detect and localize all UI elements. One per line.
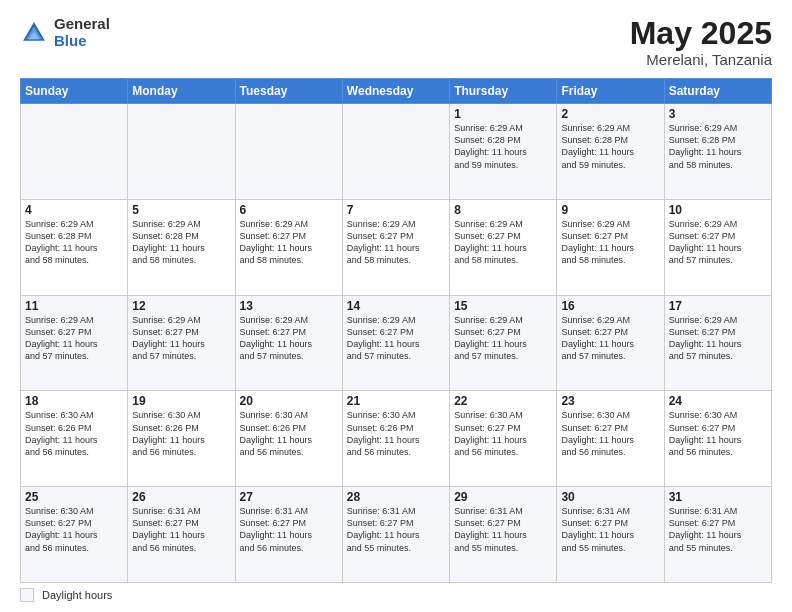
table-row: 22Sunrise: 6:30 AM Sunset: 6:27 PM Dayli…: [450, 391, 557, 487]
table-row: [342, 104, 449, 200]
day-number: 7: [347, 203, 445, 217]
day-info: Sunrise: 6:31 AM Sunset: 6:27 PM Dayligh…: [240, 505, 338, 554]
table-row: 18Sunrise: 6:30 AM Sunset: 6:26 PM Dayli…: [21, 391, 128, 487]
day-number: 16: [561, 299, 659, 313]
day-number: 5: [132, 203, 230, 217]
day-number: 23: [561, 394, 659, 408]
day-number: 21: [347, 394, 445, 408]
table-row: 7Sunrise: 6:29 AM Sunset: 6:27 PM Daylig…: [342, 199, 449, 295]
day-number: 26: [132, 490, 230, 504]
day-info: Sunrise: 6:29 AM Sunset: 6:28 PM Dayligh…: [25, 218, 123, 267]
table-row: 25Sunrise: 6:30 AM Sunset: 6:27 PM Dayli…: [21, 487, 128, 583]
day-number: 8: [454, 203, 552, 217]
table-row: 1Sunrise: 6:29 AM Sunset: 6:28 PM Daylig…: [450, 104, 557, 200]
day-info: Sunrise: 6:31 AM Sunset: 6:27 PM Dayligh…: [669, 505, 767, 554]
day-info: Sunrise: 6:29 AM Sunset: 6:27 PM Dayligh…: [669, 314, 767, 363]
day-info: Sunrise: 6:30 AM Sunset: 6:27 PM Dayligh…: [25, 505, 123, 554]
logo-general-text: General: [54, 16, 110, 33]
calendar-week-row: 18Sunrise: 6:30 AM Sunset: 6:26 PM Dayli…: [21, 391, 772, 487]
day-number: 18: [25, 394, 123, 408]
day-info: Sunrise: 6:30 AM Sunset: 6:26 PM Dayligh…: [25, 409, 123, 458]
day-number: 6: [240, 203, 338, 217]
day-number: 24: [669, 394, 767, 408]
table-row: 16Sunrise: 6:29 AM Sunset: 6:27 PM Dayli…: [557, 295, 664, 391]
calendar-week-row: 1Sunrise: 6:29 AM Sunset: 6:28 PM Daylig…: [21, 104, 772, 200]
day-info: Sunrise: 6:29 AM Sunset: 6:27 PM Dayligh…: [561, 218, 659, 267]
col-friday: Friday: [557, 79, 664, 104]
day-info: Sunrise: 6:29 AM Sunset: 6:27 PM Dayligh…: [561, 314, 659, 363]
calendar-table: Sunday Monday Tuesday Wednesday Thursday…: [20, 78, 772, 583]
table-row: 26Sunrise: 6:31 AM Sunset: 6:27 PM Dayli…: [128, 487, 235, 583]
calendar-header-row: Sunday Monday Tuesday Wednesday Thursday…: [21, 79, 772, 104]
day-number: 15: [454, 299, 552, 313]
month-title: May 2025: [630, 16, 772, 51]
day-number: 25: [25, 490, 123, 504]
table-row: [128, 104, 235, 200]
day-number: 17: [669, 299, 767, 313]
daylight-box-icon: [20, 588, 34, 602]
day-info: Sunrise: 6:29 AM Sunset: 6:27 PM Dayligh…: [25, 314, 123, 363]
page: General Blue May 2025 Merelani, Tanzania…: [0, 0, 792, 612]
table-row: 10Sunrise: 6:29 AM Sunset: 6:27 PM Dayli…: [664, 199, 771, 295]
calendar-week-row: 25Sunrise: 6:30 AM Sunset: 6:27 PM Dayli…: [21, 487, 772, 583]
table-row: 30Sunrise: 6:31 AM Sunset: 6:27 PM Dayli…: [557, 487, 664, 583]
day-info: Sunrise: 6:29 AM Sunset: 6:27 PM Dayligh…: [240, 314, 338, 363]
title-block: May 2025 Merelani, Tanzania: [630, 16, 772, 68]
table-row: 17Sunrise: 6:29 AM Sunset: 6:27 PM Dayli…: [664, 295, 771, 391]
day-number: 22: [454, 394, 552, 408]
col-tuesday: Tuesday: [235, 79, 342, 104]
header: General Blue May 2025 Merelani, Tanzania: [20, 16, 772, 68]
day-number: 12: [132, 299, 230, 313]
table-row: 8Sunrise: 6:29 AM Sunset: 6:27 PM Daylig…: [450, 199, 557, 295]
day-info: Sunrise: 6:31 AM Sunset: 6:27 PM Dayligh…: [132, 505, 230, 554]
table-row: [235, 104, 342, 200]
day-number: 30: [561, 490, 659, 504]
day-number: 29: [454, 490, 552, 504]
col-sunday: Sunday: [21, 79, 128, 104]
day-info: Sunrise: 6:29 AM Sunset: 6:27 PM Dayligh…: [347, 218, 445, 267]
day-info: Sunrise: 6:29 AM Sunset: 6:28 PM Dayligh…: [454, 122, 552, 171]
location: Merelani, Tanzania: [630, 51, 772, 68]
day-number: 10: [669, 203, 767, 217]
day-info: Sunrise: 6:30 AM Sunset: 6:27 PM Dayligh…: [454, 409, 552, 458]
day-number: 3: [669, 107, 767, 121]
day-info: Sunrise: 6:31 AM Sunset: 6:27 PM Dayligh…: [347, 505, 445, 554]
day-number: 1: [454, 107, 552, 121]
table-row: 2Sunrise: 6:29 AM Sunset: 6:28 PM Daylig…: [557, 104, 664, 200]
day-info: Sunrise: 6:29 AM Sunset: 6:28 PM Dayligh…: [669, 122, 767, 171]
table-row: 28Sunrise: 6:31 AM Sunset: 6:27 PM Dayli…: [342, 487, 449, 583]
day-number: 19: [132, 394, 230, 408]
day-info: Sunrise: 6:30 AM Sunset: 6:26 PM Dayligh…: [240, 409, 338, 458]
day-info: Sunrise: 6:29 AM Sunset: 6:27 PM Dayligh…: [669, 218, 767, 267]
col-monday: Monday: [128, 79, 235, 104]
table-row: 24Sunrise: 6:30 AM Sunset: 6:27 PM Dayli…: [664, 391, 771, 487]
day-info: Sunrise: 6:30 AM Sunset: 6:27 PM Dayligh…: [561, 409, 659, 458]
day-number: 20: [240, 394, 338, 408]
day-info: Sunrise: 6:29 AM Sunset: 6:27 PM Dayligh…: [454, 218, 552, 267]
table-row: 15Sunrise: 6:29 AM Sunset: 6:27 PM Dayli…: [450, 295, 557, 391]
logo-blue-text: Blue: [54, 33, 110, 50]
logo-text: General Blue: [54, 16, 110, 49]
table-row: 13Sunrise: 6:29 AM Sunset: 6:27 PM Dayli…: [235, 295, 342, 391]
day-number: 13: [240, 299, 338, 313]
table-row: 14Sunrise: 6:29 AM Sunset: 6:27 PM Dayli…: [342, 295, 449, 391]
col-saturday: Saturday: [664, 79, 771, 104]
table-row: 12Sunrise: 6:29 AM Sunset: 6:27 PM Dayli…: [128, 295, 235, 391]
day-info: Sunrise: 6:29 AM Sunset: 6:27 PM Dayligh…: [132, 314, 230, 363]
table-row: 6Sunrise: 6:29 AM Sunset: 6:27 PM Daylig…: [235, 199, 342, 295]
day-number: 28: [347, 490, 445, 504]
footer: Daylight hours: [20, 588, 772, 602]
col-wednesday: Wednesday: [342, 79, 449, 104]
day-info: Sunrise: 6:29 AM Sunset: 6:27 PM Dayligh…: [454, 314, 552, 363]
table-row: 29Sunrise: 6:31 AM Sunset: 6:27 PM Dayli…: [450, 487, 557, 583]
day-number: 14: [347, 299, 445, 313]
day-number: 27: [240, 490, 338, 504]
daylight-label: Daylight hours: [42, 589, 112, 601]
table-row: 19Sunrise: 6:30 AM Sunset: 6:26 PM Dayli…: [128, 391, 235, 487]
table-row: 4Sunrise: 6:29 AM Sunset: 6:28 PM Daylig…: [21, 199, 128, 295]
table-row: 5Sunrise: 6:29 AM Sunset: 6:28 PM Daylig…: [128, 199, 235, 295]
day-info: Sunrise: 6:30 AM Sunset: 6:26 PM Dayligh…: [347, 409, 445, 458]
table-row: 3Sunrise: 6:29 AM Sunset: 6:28 PM Daylig…: [664, 104, 771, 200]
day-info: Sunrise: 6:30 AM Sunset: 6:26 PM Dayligh…: [132, 409, 230, 458]
day-number: 4: [25, 203, 123, 217]
